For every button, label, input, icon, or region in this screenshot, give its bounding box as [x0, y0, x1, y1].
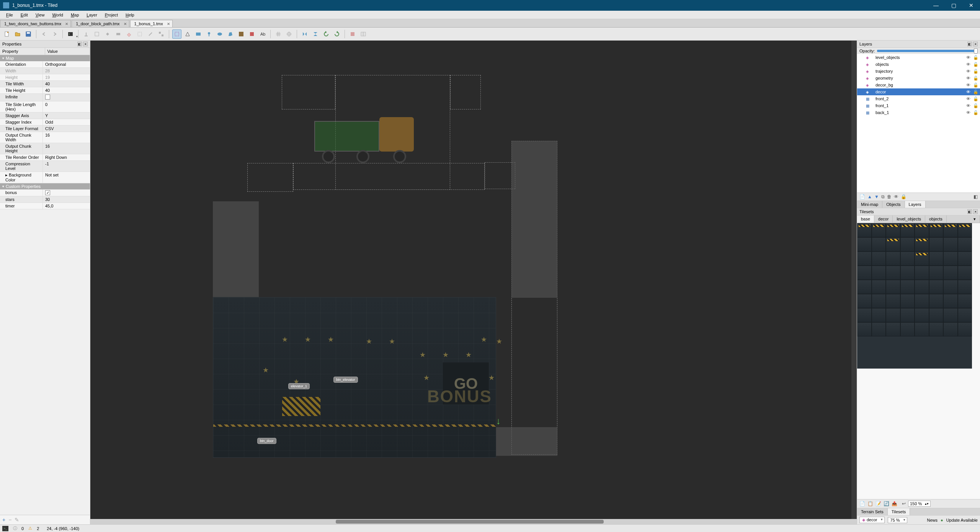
- tile-cell[interactable]: [929, 308, 944, 322]
- rect-select-button[interactable]: [135, 29, 144, 39]
- snap-to-grid-button[interactable]: [274, 29, 283, 39]
- property-row[interactable]: Output Chunk Height16: [0, 143, 90, 154]
- canvas-scrollbar-v[interactable]: [851, 41, 857, 519]
- maximize-button[interactable]: ▢: [945, 0, 962, 11]
- object-label[interactable]: btn_elevator: [333, 377, 358, 383]
- tileset-zoom-dropdown[interactable]: 75 %: [888, 517, 907, 523]
- object-label[interactable]: btn_door: [257, 438, 276, 444]
- section-custom[interactable]: Custom Properties: [0, 183, 90, 189]
- layer-row[interactable]: ▦front_2👁🔓: [857, 95, 980, 102]
- lock-toggle[interactable]: 🔓: [973, 62, 978, 67]
- move-layer-up-button[interactable]: ▲: [867, 194, 872, 199]
- layer-row[interactable]: ◈decor👁🔓: [857, 88, 980, 95]
- minimize-button[interactable]: —: [927, 0, 945, 11]
- redo-button[interactable]: [50, 29, 59, 39]
- lock-toggle[interactable]: 🔓: [973, 103, 978, 108]
- tab-doc-1[interactable]: 1_door_block_path.tmx✕: [72, 20, 129, 27]
- tile-cell[interactable]: [915, 294, 929, 308]
- tile-cell[interactable]: [900, 266, 915, 280]
- tile-cell[interactable]: [958, 237, 972, 251]
- property-row[interactable]: timer45,0: [0, 203, 90, 209]
- layer-row[interactable]: ▦back_1👁🔓: [857, 109, 980, 116]
- section-map[interactable]: Map: [0, 55, 90, 61]
- tab-layers[interactable]: Layers: [905, 201, 926, 208]
- tile-cell[interactable]: [958, 294, 972, 308]
- tile-cell[interactable]: [872, 280, 886, 294]
- flip-vertical-button[interactable]: [311, 29, 320, 39]
- tile-cell[interactable]: [886, 237, 900, 251]
- tile-cell[interactable]: [872, 266, 886, 280]
- layer-row[interactable]: ▦front_1👁🔓: [857, 102, 980, 109]
- visibility-toggle[interactable]: 👁: [966, 76, 972, 80]
- visibility-toggle[interactable]: 👁: [966, 69, 972, 73]
- tile-cell[interactable]: [900, 322, 915, 336]
- lock-toggle[interactable]: 🔓: [973, 96, 978, 101]
- console-icon[interactable]: >_: [2, 526, 8, 531]
- tile-cell[interactable]: [857, 280, 872, 294]
- highlight-current-layer-button[interactable]: ◧: [973, 194, 978, 199]
- tileset-tab-level-objects[interactable]: level_objects: [893, 215, 925, 223]
- checkbox[interactable]: ✓: [45, 190, 50, 195]
- new-layer-button[interactable]: 📄: [859, 194, 865, 199]
- property-row[interactable]: stars30: [0, 196, 90, 203]
- object-label[interactable]: elevator_1: [288, 383, 310, 389]
- edit-tileset-button[interactable]: 📝: [875, 501, 881, 506]
- tab-doc-2[interactable]: 1_bonus_1.tmx✕: [130, 20, 173, 27]
- edit-property-button[interactable]: ✎: [15, 517, 19, 523]
- menu-file[interactable]: File: [2, 11, 17, 18]
- checkbox[interactable]: [45, 95, 50, 100]
- tile-cell[interactable]: [900, 294, 915, 308]
- property-row[interactable]: ▸ Background ColorNot set: [0, 172, 90, 183]
- tile-cell[interactable]: [857, 251, 872, 266]
- update-available-link[interactable]: Update Available: [946, 518, 978, 522]
- col-property[interactable]: Property: [0, 48, 45, 55]
- tile-cell[interactable]: [857, 308, 872, 322]
- property-row[interactable]: Width28: [0, 68, 90, 74]
- error-icon[interactable]: ⓘ: [12, 526, 18, 531]
- col-value[interactable]: Value: [45, 48, 90, 55]
- tileset-tab-more[interactable]: ▾: [970, 215, 980, 223]
- tile-cell[interactable]: [943, 237, 958, 251]
- bucket-fill-button[interactable]: [103, 29, 112, 39]
- tile-cell[interactable]: [886, 251, 900, 266]
- undo-button[interactable]: [39, 29, 49, 39]
- tile-cell[interactable]: [958, 322, 972, 336]
- property-value[interactable]: 40: [43, 81, 90, 87]
- property-row[interactable]: Infinite: [0, 94, 90, 101]
- tile-cell[interactable]: [958, 308, 972, 322]
- tile-cell[interactable]: [915, 280, 929, 294]
- tile-cell[interactable]: [886, 223, 900, 237]
- tile-cell[interactable]: [872, 251, 886, 266]
- layer-row[interactable]: ◈geometry👁🔓: [857, 75, 980, 82]
- insert-point-button[interactable]: [204, 29, 214, 39]
- tileset-tab-objects[interactable]: objects: [925, 215, 947, 223]
- property-value[interactable]: [43, 94, 90, 101]
- property-value[interactable]: Y: [43, 113, 90, 119]
- property-row[interactable]: Stagger IndexOdd: [0, 119, 90, 126]
- property-value[interactable]: Odd: [43, 119, 90, 125]
- tab-close-icon[interactable]: ✕: [65, 22, 68, 26]
- menu-map[interactable]: Map: [67, 11, 83, 18]
- current-tileset-dropdown[interactable]: ◈decor: [859, 517, 885, 523]
- property-value[interactable]: 19: [43, 74, 90, 80]
- visibility-toggle[interactable]: 👁: [966, 55, 972, 60]
- property-value[interactable]: Not set: [43, 172, 90, 183]
- terrain-brush-button[interactable]: [92, 29, 101, 39]
- property-value[interactable]: 0: [43, 101, 90, 112]
- tile-cell[interactable]: [886, 266, 900, 280]
- menu-help[interactable]: Help: [122, 11, 138, 18]
- tab-mini-map[interactable]: Mini-map: [857, 201, 882, 208]
- menu-world[interactable]: World: [48, 11, 67, 18]
- tab-close-icon[interactable]: ✕: [167, 22, 170, 26]
- tab-terrain-sets[interactable]: Terrain Sets: [857, 508, 888, 515]
- magic-wand-button[interactable]: [146, 29, 155, 39]
- select-objects-button[interactable]: [172, 29, 181, 39]
- close-button[interactable]: ✕: [962, 0, 980, 11]
- tile-cell[interactable]: [943, 322, 958, 336]
- insert-template-button[interactable]: [247, 29, 256, 39]
- rotate-right-button[interactable]: [332, 29, 341, 39]
- tile-cell[interactable]: [915, 251, 929, 266]
- tile-cell[interactable]: [915, 223, 929, 237]
- tile-cell[interactable]: [929, 223, 944, 237]
- tile-cell[interactable]: [900, 308, 915, 322]
